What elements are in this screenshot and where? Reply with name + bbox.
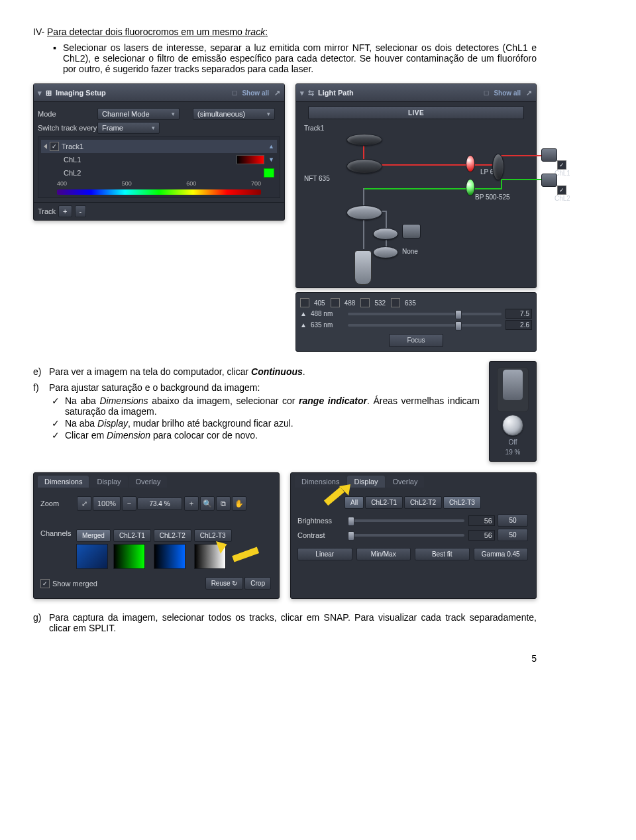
- minmax-button[interactable]: Min/Max: [356, 548, 411, 560]
- bullet-marker: ▪: [53, 42, 56, 74]
- show-all-link[interactable]: Show all: [242, 89, 269, 97]
- tab-display[interactable]: Display: [347, 476, 384, 488]
- dichroic-mirror[interactable]: [492, 154, 504, 180]
- channel-t1[interactable]: ChL2-T1: [113, 529, 152, 569]
- all-button[interactable]: All: [344, 496, 364, 509]
- zoom-out-button[interactable]: −: [122, 496, 136, 511]
- laser-488-value[interactable]: 7.5: [505, 309, 532, 319]
- chl2-checkbox[interactable]: [557, 185, 566, 195]
- none-mirror[interactable]: [373, 246, 398, 258]
- simul-dropdown[interactable]: (simultaneous): [193, 108, 275, 120]
- track-footer-label: Track: [38, 207, 56, 215]
- light-path-panel: ▾ ⇆ Light Path □ Show all ↗ LIVE Track1: [295, 83, 537, 288]
- live-button[interactable]: LIVE: [308, 106, 524, 119]
- laser-controls: 405 488 532 635 ▲ 488 nm .slider:nth-of-…: [295, 292, 537, 352]
- track1-label: Track1: [62, 142, 83, 150]
- zoom-label: Zoom: [40, 499, 76, 507]
- brightness-label: Brightness: [297, 517, 344, 525]
- contrast-default[interactable]: 50: [498, 529, 528, 541]
- display-panel: Dimensions Display Overlay All ChL2-T1 C…: [290, 472, 537, 599]
- laser-488-slider[interactable]: .slider:nth-of-type(1)::after{left:70%}: [348, 313, 502, 315]
- off-label: Off: [508, 439, 517, 446]
- zoom-area-icon[interactable]: 🔍: [200, 496, 215, 511]
- laser-635-slider[interactable]: [348, 324, 502, 327]
- focus-button[interactable]: Focus: [389, 334, 443, 347]
- collapse-icon[interactable]: ▾: [300, 89, 304, 97]
- crop-icon[interactable]: ⧉: [216, 496, 231, 511]
- merged-channel[interactable]: Merged: [76, 529, 112, 569]
- lp650-filter[interactable]: [466, 155, 475, 172]
- mode-label: Mode: [38, 110, 97, 118]
- wl-532-checkbox[interactable]: [360, 298, 370, 307]
- path-icon: ⇆: [308, 89, 314, 97]
- nft-mirror[interactable]: [346, 159, 382, 174]
- track1-row[interactable]: Track1 ▲: [41, 140, 277, 153]
- popout-icon[interactable]: ↗: [274, 89, 280, 97]
- gamma-button[interactable]: Gamma 0.45: [474, 548, 529, 560]
- popout-icon[interactable]: ↗: [526, 89, 532, 97]
- brightness-value[interactable]: 56: [468, 515, 495, 526]
- chl1-checkbox[interactable]: [557, 160, 566, 170]
- tab-display[interactable]: Display: [90, 476, 127, 488]
- wl-488-checkbox[interactable]: [331, 298, 340, 307]
- chl1-color-swatch[interactable]: [237, 155, 264, 164]
- tab-dimensions[interactable]: Dimensions: [38, 476, 89, 488]
- add-track-button[interactable]: +: [58, 205, 72, 217]
- bestfit-button[interactable]: Best fit: [415, 548, 470, 560]
- zoom-value[interactable]: 73.4 %: [137, 498, 182, 510]
- zoom-100-button[interactable]: 100%: [93, 496, 121, 511]
- laser-488-label: 488 nm: [311, 310, 344, 317]
- channels-label: Channels: [40, 529, 76, 537]
- linear-button[interactable]: Linear: [297, 548, 352, 560]
- laser-635-row: ▲ 635 nm 2.6: [300, 320, 532, 330]
- switch-dropdown[interactable]: Frame: [97, 122, 160, 134]
- brightness-slider[interactable]: [348, 519, 464, 522]
- knob-panel: Off 19 %: [489, 361, 537, 462]
- contrast-slider[interactable]: [348, 534, 464, 537]
- collapse-icon[interactable]: ▾: [38, 89, 42, 97]
- fit-icon[interactable]: ⤢: [77, 496, 91, 511]
- chl1-label: ChL1: [64, 156, 81, 164]
- item-g: g) Para captura da imagem, selecionar to…: [33, 612, 537, 633]
- chl2-color-swatch[interactable]: [264, 168, 274, 178]
- wl-405-checkbox[interactable]: [300, 298, 309, 307]
- chl1-row[interactable]: ChL1 ▼: [41, 153, 277, 166]
- reuse-button[interactable]: Reuse ↻: [205, 577, 244, 590]
- up-icon[interactable]: ▲: [268, 143, 274, 150]
- channel-t2[interactable]: ChL2-T2: [154, 529, 193, 569]
- laser-source-icon[interactable]: [402, 224, 421, 238]
- chl1-detector[interactable]: [541, 148, 557, 162]
- chl2-row[interactable]: ChL2: [41, 166, 277, 180]
- brightness-default[interactable]: 50: [498, 514, 528, 527]
- tab-overlay[interactable]: Overlay: [129, 476, 168, 488]
- crop-button[interactable]: Crop: [244, 577, 271, 590]
- chl2-detector[interactable]: [541, 174, 557, 187]
- show-merged-checkbox[interactable]: [40, 579, 50, 588]
- zoom-in-button[interactable]: +: [184, 496, 199, 511]
- expand-square-icon[interactable]: □: [233, 89, 237, 97]
- tab-overlay[interactable]: Overlay: [386, 476, 425, 488]
- pan-icon[interactable]: ✋: [232, 496, 246, 511]
- disp-ch-t2[interactable]: ChL2-T2: [404, 496, 442, 509]
- laser-635-value[interactable]: 2.6: [505, 320, 532, 330]
- item-e: e) Para ver a imagem na tela do computad…: [33, 366, 480, 377]
- track1-checkbox[interactable]: [50, 142, 59, 151]
- mode-dropdown[interactable]: Channel Mode: [97, 108, 180, 120]
- show-all-link[interactable]: Show all: [494, 89, 521, 97]
- contrast-value[interactable]: 56: [468, 530, 495, 541]
- laser-488-row: ▲ 488 nm .slider:nth-of-type(1)::after{l…: [300, 309, 532, 319]
- intensity-knob[interactable]: [502, 415, 523, 436]
- bp-filter[interactable]: [466, 179, 475, 196]
- remove-track-button[interactable]: -: [75, 205, 87, 217]
- down-icon[interactable]: ▼: [268, 156, 274, 163]
- expand-icon[interactable]: [44, 144, 47, 149]
- grid-icon: ⊞: [46, 89, 52, 97]
- disp-ch-t1[interactable]: ChL2-T1: [365, 496, 403, 509]
- side-mirror[interactable]: [373, 228, 398, 240]
- disp-ch-t3[interactable]: ChL2-T3: [443, 496, 481, 509]
- panel-title: Imaging Setup: [56, 89, 106, 97]
- expand-square-icon[interactable]: □: [484, 89, 489, 97]
- lower-mirror[interactable]: [346, 205, 382, 220]
- wl-635-checkbox[interactable]: [391, 298, 400, 307]
- contrast-label: Contrast: [297, 531, 344, 539]
